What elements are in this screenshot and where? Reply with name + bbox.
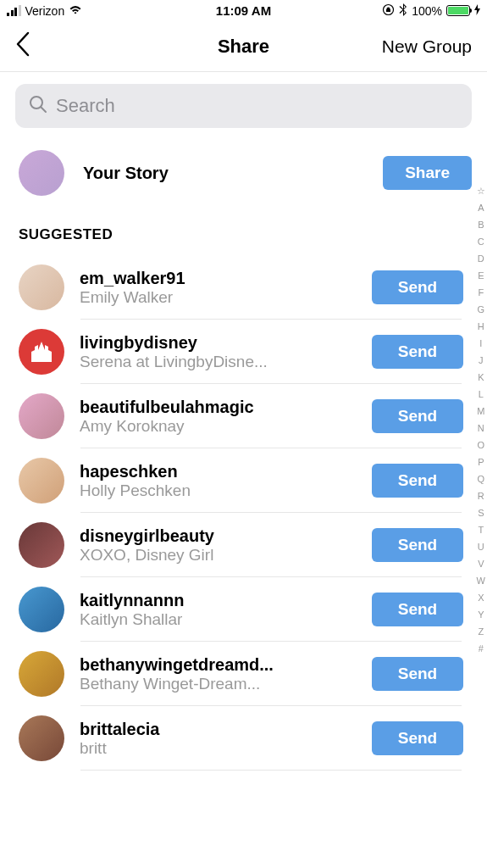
contact-list: em_walker91 Emily Walker Send livingbydi… [0,255,487,771]
alpha-index-item[interactable]: B [478,220,484,230]
contact-item[interactable]: livingbydisney Serena at LivingbyDisne..… [0,320,479,384]
alpha-index-item[interactable]: M [477,407,484,416]
contact-avatar[interactable] [19,458,64,504]
contact-fullname: Kaitlyn Shallar [80,610,357,629]
alpha-index-item[interactable]: N [478,424,484,433]
alpha-index-item[interactable]: F [478,288,484,298]
search-icon [29,95,47,117]
contact-info: disneygirlbeauty XOXO, Disney Girl [80,526,357,565]
contact-fullname: Bethany Winget-Dream... [80,675,357,693]
contact-info: kaitlynnannn Kaitlyn Shallar [80,591,357,629]
alpha-index-item[interactable]: V [478,559,484,569]
contact-username: bethanywingetdreamd... [80,655,357,675]
your-story-avatar[interactable] [19,150,64,196]
contact-info: beautifulbeulahmagic Amy Koroknay [80,398,357,436]
contact-fullname: Serena at LivingbyDisne... [80,353,357,371]
contact-username: brittalecia [80,720,357,739]
contact-info: bethanywingetdreamd... Bethany Winget-Dr… [80,655,357,693]
send-button[interactable]: Send [372,335,463,369]
contact-fullname: Amy Koroknay [80,417,357,436]
signal-icon [7,6,21,16]
status-time: 11:09 AM [216,3,271,18]
contact-username: livingbydisney [80,333,357,353]
send-button[interactable]: Send [372,593,463,626]
alpha-index-item[interactable]: O [478,441,485,450]
alpha-index-item[interactable]: E [478,271,484,281]
contact-avatar[interactable] [19,522,64,568]
contact-username: em_walker91 [80,269,357,288]
send-button[interactable]: Send [372,270,463,304]
battery-percent: 100% [412,4,442,18]
contact-item[interactable]: em_walker91 Emily Walker Send [0,255,479,320]
alpha-index-item[interactable]: W [477,576,485,586]
alpha-index-item[interactable]: S [478,509,484,518]
contact-username: hapeschken [80,462,357,481]
status-left: Verizon [7,4,82,18]
contact-fullname: britt [80,739,357,758]
alpha-index-item[interactable]: G [478,305,485,314]
send-button[interactable]: Send [372,657,463,691]
contact-avatar[interactable] [19,651,64,697]
alpha-index-item[interactable]: # [479,644,484,654]
alpha-index-item[interactable]: K [478,373,484,382]
alpha-index-item[interactable]: ☆ [477,186,485,196]
status-right: 100% [382,3,480,19]
contact-fullname: Holly Peschken [80,481,357,500]
alpha-index-item[interactable]: H [478,322,484,331]
alpha-index-item[interactable]: Z [478,627,484,637]
send-button[interactable]: Send [372,464,463,498]
alpha-index-item[interactable]: D [478,254,484,264]
contact-item[interactable]: beautifulbeulahmagic Amy Koroknay Send [0,384,479,448]
send-button[interactable]: Send [372,399,463,433]
alpha-index-item[interactable]: Y [478,610,484,620]
charging-icon [474,4,480,18]
alpha-index-item[interactable]: T [478,526,484,535]
search-input[interactable] [56,95,458,117]
alpha-index-item[interactable]: L [479,390,484,399]
contact-info: brittalecia britt [80,720,357,758]
alpha-index-item[interactable]: C [478,237,484,247]
contact-username: disneygirlbeauty [80,526,357,546]
contact-info: hapeschken Holly Peschken [80,462,357,500]
contact-info: em_walker91 Emily Walker [80,269,357,307]
alpha-index-item[interactable]: U [478,542,484,552]
alpha-index-item[interactable]: P [478,458,484,467]
alpha-index-item[interactable]: R [478,492,484,501]
search-container [0,72,487,140]
contact-info: livingbydisney Serena at LivingbyDisne..… [80,333,357,371]
bluetooth-icon [399,3,407,19]
search-bar[interactable] [15,84,472,128]
alpha-index-item[interactable]: A [478,203,484,213]
send-button[interactable]: Send [372,528,463,562]
contact-item[interactable]: kaitlynnannn Kaitlyn Shallar Send [0,577,479,642]
carrier-label: Verizon [25,4,65,18]
contact-avatar[interactable] [19,329,64,375]
contact-avatar[interactable] [19,715,64,761]
contact-avatar[interactable] [19,393,64,439]
alpha-index-item[interactable]: J [479,356,484,365]
share-story-button[interactable]: Share [383,156,472,190]
suggested-header: SUGGESTED [0,220,487,255]
new-group-button[interactable]: New Group [382,36,472,57]
send-button[interactable]: Send [372,721,463,755]
alpha-index-item[interactable]: X [478,593,484,603]
contact-item[interactable]: disneygirlbeauty XOXO, Disney Girl Send [0,513,479,577]
contact-item[interactable]: bethanywingetdreamd... Bethany Winget-Dr… [0,642,479,706]
contact-item[interactable]: brittalecia britt Send [0,706,479,771]
contact-item[interactable]: hapeschken Holly Peschken Send [0,448,479,513]
orientation-lock-icon [382,3,395,19]
contact-fullname: Emily Walker [80,288,357,307]
nav-header: Share New Group [0,21,487,72]
back-button[interactable] [15,31,32,61]
contact-username: beautifulbeulahmagic [80,398,357,417]
alpha-index-item[interactable]: I [479,339,482,348]
page-title: Share [218,36,269,58]
wifi-icon [69,4,82,18]
svg-line-2 [41,107,46,112]
status-bar: Verizon 11:09 AM 100% [0,0,487,21]
contact-avatar[interactable] [19,587,64,632]
alpha-index[interactable]: ☆ABCDEFGHIJKLMNOPQRSTUVWXYZ# [477,186,485,654]
contact-avatar[interactable] [19,264,64,310]
alpha-index-item[interactable]: Q [478,475,485,484]
contact-fullname: XOXO, Disney Girl [80,546,357,565]
